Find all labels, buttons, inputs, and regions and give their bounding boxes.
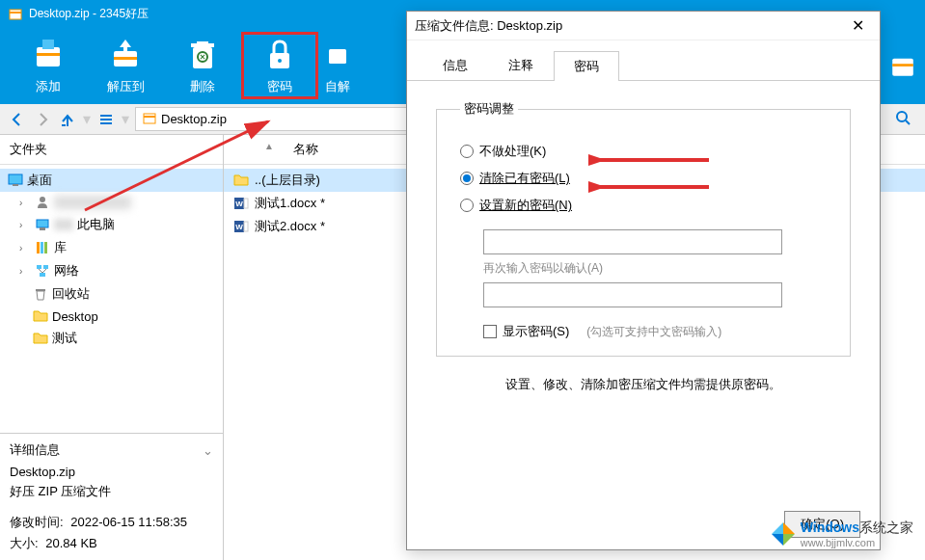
delete-icon xyxy=(183,36,222,74)
svg-rect-22 xyxy=(144,116,155,118)
details-panel: 详细信息 ⌄ Desktop.zip 好压 ZIP 压缩文件 修改时间: 202… xyxy=(0,433,223,560)
svg-rect-1 xyxy=(10,12,21,13)
password-fieldset: 密码调整 不做处理(K) 清除已有密码(L) 设置新的密码(N) 再次输入密码以… xyxy=(436,100,851,357)
password-input[interactable] xyxy=(483,229,782,254)
svg-rect-13 xyxy=(892,59,913,76)
svg-rect-14 xyxy=(892,64,913,67)
svg-line-35 xyxy=(42,269,46,273)
svg-text:W: W xyxy=(235,223,243,231)
tab-info[interactable]: 信息 xyxy=(422,50,488,80)
lock-icon xyxy=(260,36,299,74)
password-button[interactable]: 密码 xyxy=(241,32,318,99)
radio-new[interactable] xyxy=(460,199,474,212)
svg-rect-26 xyxy=(37,220,48,227)
details-modified-value: 2022-06-15 11:58:35 xyxy=(70,515,187,529)
archive-info-dialog: 压缩文件信息: Desktop.zip ✕ 信息 注释 密码 密码调整 不做处理… xyxy=(406,11,881,550)
col-name[interactable]: 名称 xyxy=(293,141,318,158)
list-view-icon[interactable] xyxy=(96,110,116,129)
svg-rect-17 xyxy=(62,124,66,126)
svg-rect-42 xyxy=(244,222,248,231)
extract-icon xyxy=(106,36,145,74)
word-icon: W xyxy=(233,219,249,234)
search-icon[interactable] xyxy=(895,110,911,129)
details-modified-label: 修改时间: xyxy=(10,515,64,529)
tree-item-library[interactable]: › 库 xyxy=(0,236,223,259)
svg-rect-29 xyxy=(41,242,43,253)
dialog-title-bar: 压缩文件信息: Desktop.zip ✕ xyxy=(407,12,880,40)
svg-line-34 xyxy=(39,269,42,273)
dialog-tabs: 信息 注释 密码 xyxy=(407,40,880,81)
svg-rect-39 xyxy=(244,199,248,208)
svg-rect-6 xyxy=(114,57,137,60)
details-type: 好压 ZIP 压缩文件 xyxy=(10,483,213,500)
svg-rect-28 xyxy=(37,242,40,253)
svg-rect-12 xyxy=(329,49,346,64)
desktop-icon xyxy=(8,173,23,188)
chevron-icon[interactable]: › xyxy=(19,220,31,230)
app-icon xyxy=(8,6,23,21)
radio-clear[interactable] xyxy=(460,172,474,185)
tree-item-desktop[interactable]: 桌面 xyxy=(0,169,223,192)
toolbar-right-fragment xyxy=(881,27,925,104)
collapse-icon[interactable]: ⌄ xyxy=(203,443,213,458)
svg-rect-36 xyxy=(36,289,45,291)
radio-clear-row[interactable]: 清除已有密码(L) xyxy=(460,170,827,187)
details-size-label: 大小: xyxy=(10,536,39,550)
confirm-label: 再次输入密码以确认(A) xyxy=(483,260,827,277)
folder-icon xyxy=(33,331,48,346)
chevron-icon[interactable]: › xyxy=(19,243,31,253)
svg-rect-3 xyxy=(37,53,60,56)
delete-button[interactable]: 删除 xyxy=(164,32,241,99)
sidebar-header: 文件夹 xyxy=(0,135,223,165)
add-icon xyxy=(29,36,68,74)
tab-comment[interactable]: 注释 xyxy=(488,50,554,80)
svg-point-15 xyxy=(897,112,907,121)
tab-password[interactable]: 密码 xyxy=(554,51,619,81)
radio-none-row[interactable]: 不做处理(K) xyxy=(460,143,827,160)
svg-rect-33 xyxy=(40,273,45,277)
radio-none[interactable] xyxy=(460,145,474,158)
details-filename: Desktop.zip xyxy=(10,465,213,479)
computer-icon xyxy=(35,217,50,232)
chevron-icon[interactable]: › xyxy=(19,266,31,277)
blurred-text xyxy=(54,196,131,209)
back-icon[interactable] xyxy=(8,110,27,129)
folder-tree: 桌面 › › 此电脑 › 库 › 网络 xyxy=(0,165,223,433)
word-icon: W xyxy=(233,196,249,211)
selfextract-button[interactable]: 自解 xyxy=(318,32,357,99)
sidebar: 文件夹 桌面 › › 此电脑 › 库 › xyxy=(0,135,224,560)
path-text: Desktop.zip xyxy=(161,112,227,126)
svg-rect-4 xyxy=(42,40,54,49)
recycle-icon xyxy=(33,286,48,302)
svg-rect-32 xyxy=(43,265,48,269)
folder-icon xyxy=(33,308,48,324)
svg-rect-0 xyxy=(10,10,21,19)
close-icon[interactable]: ✕ xyxy=(843,12,872,40)
tree-item-network[interactable]: › 网络 xyxy=(0,259,223,282)
svg-rect-30 xyxy=(44,242,47,253)
svg-rect-7 xyxy=(193,47,212,68)
tree-item-user[interactable]: › xyxy=(0,192,223,213)
tree-item-computer[interactable]: › 此电脑 xyxy=(0,213,223,236)
forward-icon[interactable] xyxy=(33,110,52,129)
archive-icon xyxy=(142,110,157,128)
up-icon[interactable] xyxy=(58,110,77,129)
dialog-title-text: 压缩文件信息: Desktop.zip xyxy=(415,17,562,35)
chevron-icon[interactable]: › xyxy=(19,198,31,208)
tree-item-desktop-folder[interactable]: Desktop xyxy=(0,306,223,327)
svg-rect-23 xyxy=(9,174,22,184)
radio-new-row[interactable]: 设置新的密码(N) xyxy=(460,197,827,214)
tree-item-test[interactable]: 测试 xyxy=(0,327,223,350)
svg-rect-24 xyxy=(13,184,18,186)
show-password-row[interactable]: 显示密码(S) (勾选可支持中文密码输入) xyxy=(483,323,827,340)
tree-item-recycle[interactable]: 回收站 xyxy=(0,282,223,306)
password-confirm-input[interactable] xyxy=(483,282,782,307)
extract-button[interactable]: 解压到 xyxy=(87,32,164,99)
svg-rect-2 xyxy=(37,47,60,67)
show-password-checkbox[interactable] xyxy=(483,325,497,338)
add-button[interactable]: 添加 xyxy=(10,32,87,99)
svg-rect-27 xyxy=(40,227,45,230)
details-header-label: 详细信息 xyxy=(10,441,60,459)
svg-text:W: W xyxy=(235,200,243,208)
details-size-value: 20.84 KB xyxy=(45,536,97,550)
